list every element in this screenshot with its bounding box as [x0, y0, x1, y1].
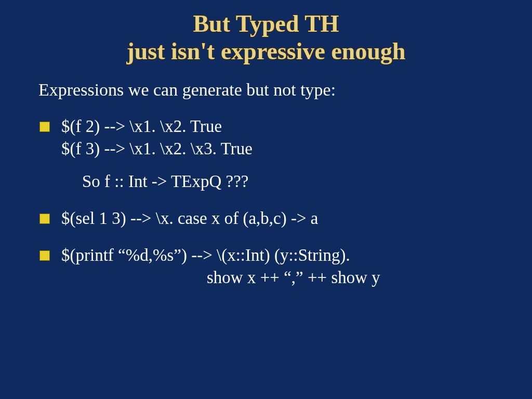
bullet-list: $(f 2) --> \x1. \x2. True $(f 3) --> \x1…	[36, 115, 496, 288]
bullet-text: $(sel 1 3) --> \x. case x of (a,b,c) -> …	[61, 209, 318, 228]
bullet-text: $(f 2) --> \x1. \x2. True	[61, 117, 222, 136]
bullet-text: $(f 3) --> \x1. \x2. \x3. True	[61, 139, 252, 158]
bullet-text: $(printf “%d,%s”) --> \(x::Int) (y::Stri…	[61, 246, 350, 264]
title-line-2: just isn't expressive enough	[126, 38, 405, 64]
slide-title: But Typed TH just isn't expressive enoug…	[36, 10, 496, 65]
slide: But Typed TH just isn't expressive enoug…	[0, 0, 532, 399]
list-item: $(sel 1 3) --> \x. case x of (a,b,c) -> …	[36, 207, 496, 230]
bullet-indent-text: So f :: Int -> TExpQ ???	[61, 170, 496, 193]
slide-subtitle: Expressions we can generate but not type…	[38, 79, 496, 101]
list-item: $(printf “%d,%s”) --> \(x::Int) (y::Stri…	[36, 244, 496, 289]
bullet-continuation-text: show x ++ “,” ++ show y	[61, 267, 496, 289]
list-item: $(f 2) --> \x1. \x2. True $(f 3) --> \x1…	[36, 115, 496, 193]
title-line-1: But Typed TH	[193, 10, 339, 37]
